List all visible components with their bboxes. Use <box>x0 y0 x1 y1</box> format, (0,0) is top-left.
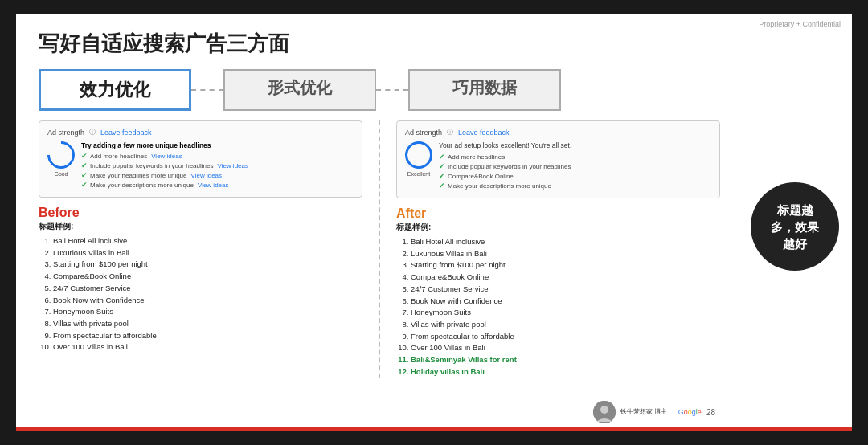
view-ideas-link-3[interactable]: View ideas <box>191 172 223 179</box>
after-headline-list: Bali Hotel All inclusive Luxurious Villa… <box>396 236 720 378</box>
before-headline-list: Bali Hotel All inclusive Luxurious Villa… <box>39 235 362 353</box>
before-check-3: ✔ Make your headlines more unique View i… <box>81 171 354 179</box>
after-check-icon-2: ✔ <box>439 162 445 170</box>
after-check-1: ✔ Add more headlines <box>439 153 711 161</box>
avatar-label: 铁牛梦想家 博主 <box>620 408 667 416</box>
before-ad-strength-body: Good Try adding a few more unique headli… <box>47 141 354 190</box>
after-ad-strength-items: Your ad setup looks excellent! You're al… <box>439 141 711 191</box>
before-column: Ad strength ⓘ Leave feedback Good Try ad… <box>39 120 362 378</box>
after-sub-label: 标题样例: <box>396 222 720 233</box>
before-sub-label: 标题样例: <box>39 221 362 232</box>
list-item: Compare&Book Online <box>411 271 720 284</box>
after-status-label: Excellent <box>407 171 430 177</box>
after-ad-strength-box: Ad strength ⓘ Leave feedback Excellent Y… <box>396 120 720 198</box>
list-item: Starting from $100 per night <box>53 259 362 271</box>
after-column: Ad strength ⓘ Leave feedback Excellent Y… <box>396 120 720 378</box>
after-check-3: ✔ Compare&Book Online <box>439 172 711 180</box>
before-label: Before <box>39 206 362 220</box>
slide: Proprietary + Confidential 写好自适应搜索广告三方面 … <box>16 14 852 431</box>
list-item: Honeymoon Suits <box>53 306 362 318</box>
list-item: Villas with private pool <box>53 318 362 330</box>
after-ad-strength-header: Ad strength ⓘ Leave feedback <box>405 128 711 137</box>
tab-format[interactable]: 形式优化 <box>223 69 376 111</box>
page-number: 28 <box>706 408 715 417</box>
after-circle-indicator <box>405 141 432 169</box>
after-label: After <box>396 206 720 221</box>
list-item: Luxurious Villas in Bali <box>53 247 362 259</box>
after-check-icon-4: ✔ <box>439 182 445 190</box>
list-item: Starting from $100 per night <box>411 259 720 271</box>
avatar <box>593 401 616 423</box>
bottom-bar <box>16 427 852 431</box>
google-logo: Google <box>678 408 702 416</box>
list-item: From spectacular to affordable <box>53 330 362 342</box>
list-item: Compare&Book Online <box>53 271 362 283</box>
tab-data[interactable]: 巧用数据 <box>408 69 561 111</box>
before-ad-strength-box: Ad strength ⓘ Leave feedback Good Try ad… <box>39 120 362 198</box>
list-item: Book Now with Confidence <box>411 296 720 308</box>
before-status-label: Good <box>54 171 68 177</box>
check-icon-4: ✔ <box>81 181 88 189</box>
svg-point-1 <box>600 406 608 414</box>
before-leave-feedback-link[interactable]: Leave feedback <box>100 129 152 137</box>
check-icon-3: ✔ <box>81 171 88 179</box>
list-item: Villas with private pool <box>411 319 720 331</box>
list-item: Book Now with Confidence <box>53 295 362 307</box>
after-excellent-msg: Your ad setup looks excellent! You're al… <box>439 141 711 149</box>
view-ideas-link-1[interactable]: View ideas <box>151 153 182 160</box>
list-item: Bali Hotel All inclusive <box>411 236 720 248</box>
after-check-icon-1: ✔ <box>439 153 445 161</box>
watermark: Proprietary + Confidential <box>759 20 841 28</box>
list-item: 24/7 Customer Service <box>53 283 362 295</box>
list-item: From spectacular to affordable <box>411 331 720 343</box>
after-leave-feedback-link[interactable]: Leave feedback <box>458 129 510 137</box>
tab-connector-1 <box>191 89 223 91</box>
check-icon-2: ✔ <box>81 161 88 169</box>
list-item: Over 100 Villas in Bali <box>411 342 720 354</box>
list-item: Holiday villas in Bali <box>411 366 720 378</box>
after-check-icon-3: ✔ <box>439 172 445 180</box>
list-item: Bali Hotel All inclusive <box>53 235 362 247</box>
avatar-icon <box>593 401 616 423</box>
after-ad-strength-body: Excellent Your ad setup looks excellent!… <box>405 141 711 191</box>
before-try-text: Try adding a few more unique headlines <box>81 141 354 149</box>
list-item: Over 100 Villas in Bali <box>53 341 362 353</box>
list-item: Honeymoon Suits <box>411 307 720 319</box>
content-row: Ad strength ⓘ Leave feedback Good Try ad… <box>39 120 829 378</box>
list-item: Bali&Seminyak Villas for rent <box>411 354 720 366</box>
list-item: Luxurious Villas in Bali <box>411 248 720 260</box>
view-ideas-link-2[interactable]: View ideas <box>217 162 248 169</box>
before-ad-strength-items: Try adding a few more unique headlines ✔… <box>81 141 354 190</box>
after-check-4: ✔ Make your descriptions more unique <box>439 182 711 190</box>
after-check-2: ✔ Include popular keywords in your headl… <box>439 162 711 170</box>
tab-connector-2 <box>376 89 408 91</box>
list-item: 24/7 Customer Service <box>411 284 720 296</box>
before-circle-indicator <box>42 136 80 174</box>
check-icon-1: ✔ <box>81 152 88 160</box>
before-check-2: ✔ Include popular keywords in your headl… <box>81 161 354 169</box>
vertical-divider <box>379 120 380 378</box>
before-check-1: ✔ Add more headlines View ideas <box>81 152 354 160</box>
tabs-row: 效力优化 形式优化 巧用数据 <box>39 69 829 111</box>
before-ad-strength-header: Ad strength ⓘ Leave feedback <box>47 128 354 137</box>
circle-badge: 标题越 多，效果 越好 <box>751 182 839 271</box>
before-check-4: ✔ Make your descriptions more unique Vie… <box>81 181 354 189</box>
bottom-branding: 铁牛梦想家 博主 Google 28 <box>593 401 715 423</box>
tab-effectiveness[interactable]: 效力优化 <box>39 69 191 111</box>
page-title: 写好自适应搜索广告三方面 <box>39 30 829 58</box>
view-ideas-link-4[interactable]: View ideas <box>198 182 229 189</box>
